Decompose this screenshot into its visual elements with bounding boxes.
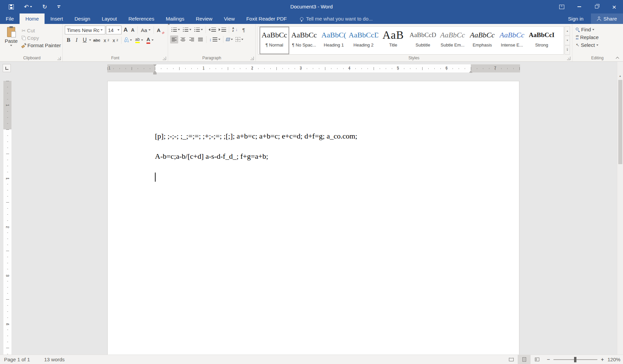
align-center-button[interactable] bbox=[179, 35, 187, 43]
zoom-out-button[interactable]: − bbox=[546, 357, 551, 363]
tab-file[interactable]: File bbox=[0, 13, 20, 24]
style-intense-emphasis[interactable]: AaBbCcIntense E... bbox=[497, 27, 527, 54]
scroll-up-button[interactable]: ▲ bbox=[618, 73, 623, 79]
font-name-combo[interactable]: Times New Roman bbox=[65, 26, 105, 34]
font-color-button[interactable]: A bbox=[145, 36, 155, 44]
superscript-button[interactable]: x2 bbox=[111, 37, 119, 44]
restore-button[interactable] bbox=[588, 0, 605, 13]
underline-button[interactable]: U bbox=[81, 36, 88, 44]
collapse-ribbon-button[interactable] bbox=[616, 57, 619, 59]
read-mode-button[interactable] bbox=[505, 355, 518, 364]
undo-dropdown-icon[interactable] bbox=[30, 6, 32, 7]
clear-formatting-button[interactable]: A bbox=[156, 27, 162, 34]
tab-layout[interactable]: Layout bbox=[96, 13, 123, 24]
tab-view[interactable]: View bbox=[218, 13, 240, 24]
underline-dropdown-icon[interactable] bbox=[89, 39, 91, 41]
strikethrough-button[interactable]: abc bbox=[92, 37, 102, 43]
cut-button[interactable]: ✂Cut bbox=[20, 27, 62, 34]
zoom-in-button[interactable]: + bbox=[600, 357, 605, 363]
style-subtitle[interactable]: AaBbCcDSubtitle bbox=[408, 27, 438, 54]
replace-button[interactable]: abacReplace bbox=[574, 34, 620, 41]
undo-button[interactable]: ↶ bbox=[24, 4, 32, 10]
shading-dropdown-icon[interactable] bbox=[231, 39, 233, 40]
decrease-indent-button[interactable] bbox=[208, 26, 217, 34]
tab-review[interactable]: Review bbox=[190, 13, 218, 24]
shrink-font-button[interactable]: A˅ bbox=[130, 27, 136, 33]
sort-button[interactable]: AZ↓ bbox=[231, 26, 239, 34]
close-button[interactable]: × bbox=[605, 0, 623, 13]
paste-button[interactable]: Paste bbox=[3, 26, 19, 55]
format-painter-button[interactable]: Format Painter bbox=[20, 42, 62, 49]
print-layout-button[interactable] bbox=[518, 355, 531, 364]
style-strong[interactable]: AaBbCcIStrong bbox=[527, 27, 557, 54]
style-heading-1[interactable]: AaBbC(Heading 1 bbox=[319, 27, 349, 54]
paste-dropdown-icon[interactable] bbox=[10, 45, 12, 46]
style-title[interactable]: AaBTitle bbox=[378, 27, 408, 54]
document-text[interactable]: [p]; ;-;-; ;_;=;=; ;+;-;=; ;[;]; a+b=c; … bbox=[108, 81, 519, 182]
font-name-dropdown-icon[interactable] bbox=[101, 29, 103, 31]
first-line-indent-marker[interactable] bbox=[153, 64, 157, 67]
highlight-dropdown-icon[interactable] bbox=[141, 39, 143, 41]
page-count[interactable]: Page 1 of 1 bbox=[0, 357, 34, 362]
select-dropdown-icon[interactable] bbox=[596, 44, 598, 46]
web-layout-button[interactable] bbox=[531, 355, 543, 364]
grow-font-button[interactable]: A˄ bbox=[122, 26, 129, 34]
change-case-button[interactable]: Aa bbox=[139, 27, 152, 34]
borders-dropdown-icon[interactable] bbox=[241, 39, 243, 40]
font-dialog-launcher[interactable]: ↘ bbox=[163, 57, 166, 60]
align-left-button[interactable] bbox=[170, 35, 178, 43]
borders-button[interactable] bbox=[235, 35, 244, 43]
numbering-dropdown-icon[interactable] bbox=[189, 29, 191, 30]
font-size-dropdown-icon[interactable] bbox=[117, 29, 119, 31]
copy-button[interactable]: Copy bbox=[20, 34, 62, 41]
tab-stop-selector[interactable] bbox=[3, 64, 11, 72]
numbering-button[interactable] bbox=[182, 26, 192, 34]
share-button[interactable]: Share bbox=[591, 13, 623, 24]
styles-dialog-launcher[interactable]: ↘ bbox=[567, 57, 570, 60]
show-formatting-button[interactable]: ¶ bbox=[240, 26, 248, 34]
align-right-button[interactable] bbox=[188, 35, 196, 43]
shading-button[interactable] bbox=[225, 35, 234, 43]
bold-button[interactable]: B bbox=[65, 36, 72, 44]
find-button[interactable]: Find bbox=[574, 26, 620, 33]
paragraph-3[interactable] bbox=[155, 172, 499, 182]
paragraph-1[interactable]: [p]; ;-;-; ;_;=;=; ;+;-;=; ;[;]; a+b=c; … bbox=[155, 131, 499, 141]
tab-mailings[interactable]: Mailings bbox=[160, 13, 190, 24]
tab-references[interactable]: References bbox=[123, 13, 160, 24]
zoom-slider-thumb[interactable] bbox=[574, 357, 576, 362]
tab-design[interactable]: Design bbox=[69, 13, 96, 24]
styles-scroll-down-button[interactable]: ▾ bbox=[565, 36, 570, 45]
left-indent-marker[interactable] bbox=[153, 73, 157, 74]
save-button[interactable] bbox=[9, 4, 14, 9]
justify-button[interactable] bbox=[196, 35, 205, 43]
bullets-button[interactable] bbox=[170, 26, 181, 34]
ribbon-display-options-button[interactable]: ^ bbox=[553, 0, 570, 13]
minimize-button[interactable] bbox=[570, 0, 588, 13]
italic-button[interactable]: I bbox=[73, 36, 80, 44]
redo-button[interactable]: ↻ bbox=[42, 4, 47, 10]
tab-foxit-reader-pdf[interactable]: Foxit Reader PDF bbox=[241, 13, 293, 24]
multilevel-list-button[interactable] bbox=[193, 26, 204, 34]
text-effects-button[interactable]: A bbox=[123, 36, 133, 44]
zoom-slider[interactable] bbox=[553, 359, 597, 360]
style-emphasis[interactable]: AaBbCcEmphasis bbox=[467, 27, 497, 54]
styles-more-button[interactable]: ▾ bbox=[565, 46, 570, 55]
right-indent-marker[interactable] bbox=[469, 70, 472, 73]
font-size-combo[interactable]: 14 bbox=[106, 26, 121, 34]
scrollbar-thumb[interactable] bbox=[618, 80, 622, 164]
select-button[interactable]: ↖Select bbox=[574, 41, 620, 49]
tab-insert[interactable]: Insert bbox=[45, 13, 69, 24]
style-subtle-emphasis[interactable]: AaBbCcSubtle Em... bbox=[438, 27, 467, 54]
find-dropdown-icon[interactable] bbox=[592, 29, 594, 30]
bullets-dropdown-icon[interactable] bbox=[178, 29, 180, 30]
horizontal-ruler[interactable]: 1 1 2 3 4 5 6 7 bbox=[107, 64, 520, 72]
paragraph-2[interactable]: A-b=c;a-b/[c+d] a-s-d-f_d_; f+g=a+b; bbox=[155, 151, 499, 161]
vertical-scrollbar[interactable]: ▲ bbox=[617, 62, 623, 355]
word-count[interactable]: 13 words bbox=[40, 357, 69, 362]
styles-scroll-up-button[interactable]: ▴ bbox=[565, 26, 570, 35]
highlight-button[interactable]: ab bbox=[134, 37, 144, 44]
line-spacing-dropdown-icon[interactable] bbox=[218, 39, 220, 40]
customize-qat-button[interactable] bbox=[57, 5, 60, 8]
style-no-spacing[interactable]: AaBbCc¶ No Spac... bbox=[289, 27, 319, 54]
paragraph-dialog-launcher[interactable]: ↘ bbox=[250, 57, 254, 60]
